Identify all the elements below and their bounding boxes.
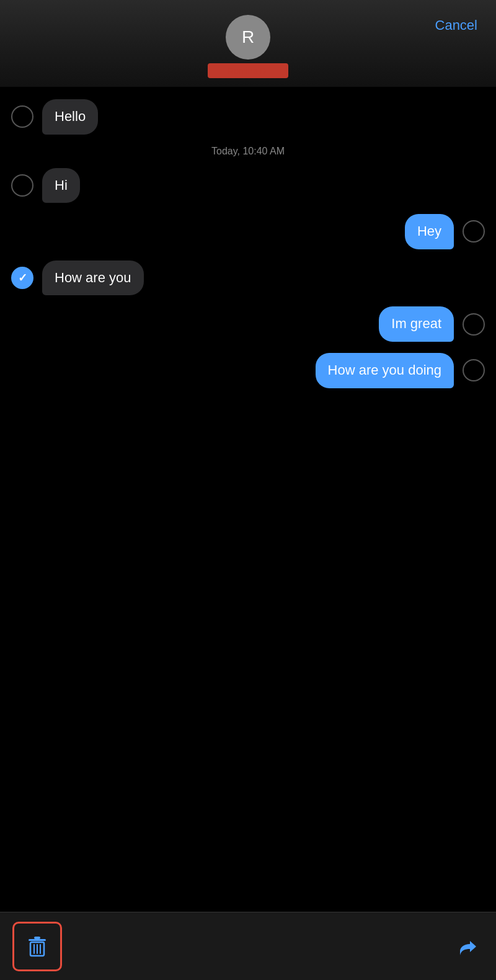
cancel-button[interactable]: Cancel bbox=[435, 17, 477, 33]
delete-button[interactable] bbox=[12, 922, 62, 971]
message-checkbox-6[interactable] bbox=[463, 359, 485, 381]
message-checkbox-1[interactable] bbox=[11, 105, 33, 128]
trash-icon bbox=[24, 933, 51, 960]
avatar: R bbox=[226, 15, 270, 60]
share-button[interactable] bbox=[446, 928, 484, 965]
bottom-toolbar bbox=[0, 912, 496, 980]
message-bubble-2[interactable]: Hi bbox=[42, 168, 80, 203]
message-bubble-4[interactable]: How are you bbox=[42, 261, 144, 296]
message-bubble-3[interactable]: Hey bbox=[405, 214, 454, 249]
message-checkbox-3[interactable] bbox=[463, 220, 485, 243]
message-checkbox-2[interactable] bbox=[11, 174, 33, 197]
message-row: Hi bbox=[0, 168, 496, 203]
share-icon bbox=[451, 933, 479, 960]
message-checkbox-5[interactable] bbox=[463, 313, 485, 336]
message-row: Hello bbox=[0, 99, 496, 135]
message-checkbox-4[interactable] bbox=[11, 267, 33, 289]
contact-name-bar: Romina D. bbox=[208, 63, 288, 78]
message-row: Im great bbox=[0, 306, 496, 342]
message-row: How are you bbox=[0, 261, 496, 296]
message-bubble-5[interactable]: Im great bbox=[379, 306, 454, 342]
messages-area: Hello Today, 10:40 AM Hi Hey How are you… bbox=[0, 87, 496, 412]
message-bubble-6[interactable]: How are you doing bbox=[316, 353, 454, 388]
message-row: Hey bbox=[0, 214, 496, 249]
header: R Romina D. Cancel bbox=[0, 0, 496, 87]
message-row: How are you doing bbox=[0, 353, 496, 388]
svg-rect-0 bbox=[29, 939, 46, 941]
timestamp: Today, 10:40 AM bbox=[0, 146, 496, 157]
svg-rect-1 bbox=[34, 937, 40, 939]
message-bubble-1[interactable]: Hello bbox=[42, 99, 98, 135]
